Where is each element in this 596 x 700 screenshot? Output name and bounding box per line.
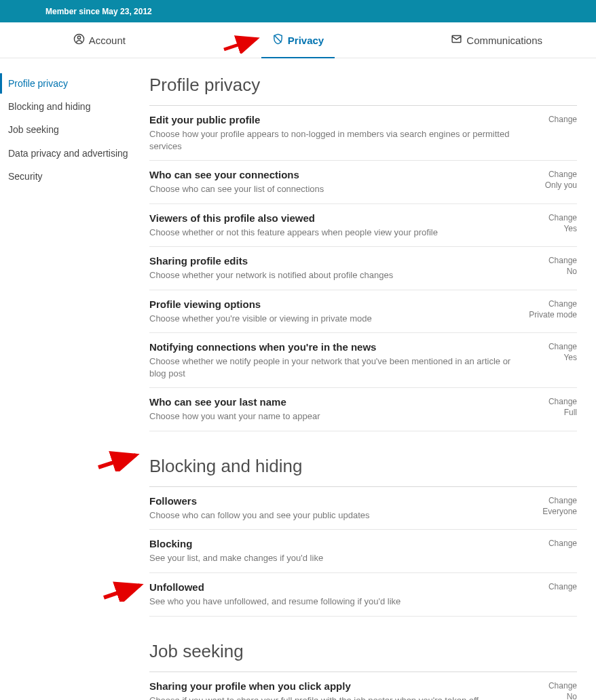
sidebar-item-label: Security xyxy=(8,171,43,182)
sidebar-item-blocking-hiding[interactable]: Blocking and hiding xyxy=(0,96,149,117)
setting-value: Yes xyxy=(523,224,577,233)
change-link[interactable]: Change xyxy=(523,539,577,548)
setting-title: Who can see your last name xyxy=(149,396,512,408)
setting-title: Who can see your connections xyxy=(149,169,512,180)
setting-title: Sharing profile edits xyxy=(149,255,512,267)
sidebar-item-label: Data privacy and advertising xyxy=(8,148,128,159)
envelope-icon xyxy=(451,33,462,47)
setting-title: Profile viewing options xyxy=(149,298,512,310)
change-link[interactable]: Change xyxy=(523,397,577,406)
sidebar-item-label: Profile privacy xyxy=(8,78,68,89)
section-title-profile-privacy: Profile privacy xyxy=(149,75,577,96)
setting-row[interactable]: Followers Choose who can follow you and … xyxy=(149,487,577,530)
setting-row[interactable]: Who can see your last name Choose how yo… xyxy=(149,388,577,431)
setting-desc: Choose how your profile appears to non-l… xyxy=(149,128,512,152)
setting-row[interactable]: Sharing your profile when you click appl… xyxy=(149,672,577,700)
setting-desc: Choose who can follow you and see your p… xyxy=(149,509,512,522)
change-link[interactable]: Change xyxy=(523,342,577,351)
header-bar: Member since May 23, 2012 xyxy=(0,0,596,22)
setting-value: No xyxy=(523,267,577,276)
setting-row[interactable]: Who can see your connections Choose who … xyxy=(149,161,577,204)
setting-desc: Choose whether your network is notified … xyxy=(149,269,512,281)
user-icon xyxy=(73,33,85,47)
tab-privacy[interactable]: Privacy xyxy=(199,22,398,58)
change-link[interactable]: Change xyxy=(523,496,577,505)
shield-icon xyxy=(272,33,284,47)
settings-sidebar: Profile privacy Blocking and hiding Job … xyxy=(0,72,149,700)
change-link[interactable]: Change xyxy=(523,213,577,222)
setting-desc: Choose whether we notify people in your … xyxy=(149,355,512,379)
setting-value: Private mode xyxy=(523,310,577,319)
setting-desc: Choose whether you're visible or viewing… xyxy=(149,313,512,325)
tab-label: Account xyxy=(89,35,126,46)
setting-title: Edit your public profile xyxy=(149,114,512,125)
section-title-job-seeking: Job seeking xyxy=(149,641,577,662)
svg-line-2 xyxy=(274,36,281,43)
sidebar-item-profile-privacy[interactable]: Profile privacy xyxy=(0,73,149,94)
change-link[interactable]: Change xyxy=(523,299,577,309)
setting-row[interactable]: Notifying connections when you're in the… xyxy=(149,333,577,388)
setting-desc: Choose who can see your list of connecti… xyxy=(149,183,512,195)
member-since-label: Member since May 23, 2012 xyxy=(45,7,152,16)
setting-title: Unfollowed xyxy=(149,581,512,593)
setting-desc: See your list, and make changes if you'd… xyxy=(149,552,512,564)
setting-value: Yes xyxy=(523,353,577,362)
setting-title: Blocking xyxy=(149,538,512,549)
tab-account[interactable]: Account xyxy=(0,22,199,58)
change-link[interactable]: Change xyxy=(523,582,577,591)
tab-label: Privacy xyxy=(288,35,324,46)
setting-value: Full xyxy=(523,408,577,417)
setting-title: Notifying connections when you're in the… xyxy=(149,341,512,353)
sidebar-item-job-seeking[interactable]: Job seeking xyxy=(0,119,149,140)
tabs-nav: Account Privacy Communications xyxy=(0,22,596,58)
sidebar-item-data-privacy[interactable]: Data privacy and advertising xyxy=(0,143,149,163)
setting-value: Everyone xyxy=(523,507,577,516)
sidebar-item-label: Job seeking xyxy=(8,124,59,135)
setting-row[interactable]: Edit your public profile Choose how your… xyxy=(149,106,577,161)
setting-row[interactable]: Sharing profile edits Choose whether you… xyxy=(149,247,577,290)
change-link[interactable]: Change xyxy=(523,256,577,265)
change-link[interactable]: Change xyxy=(523,115,577,124)
setting-title: Sharing your profile when you click appl… xyxy=(149,680,512,692)
setting-desc: See who you have unfollowed, and resume … xyxy=(149,596,512,608)
sidebar-item-security[interactable]: Security xyxy=(0,166,149,187)
tab-communications[interactable]: Communications xyxy=(397,22,596,58)
setting-row[interactable]: Blocking See your list, and make changes… xyxy=(149,530,577,573)
setting-title: Followers xyxy=(149,495,512,507)
setting-desc: Choose how you want your name to appear xyxy=(149,410,512,423)
setting-row[interactable]: Viewers of this profile also viewed Choo… xyxy=(149,204,577,248)
setting-value: Only you xyxy=(523,180,577,190)
setting-row[interactable]: Unfollowed See who you have unfollowed, … xyxy=(149,573,577,617)
change-link[interactable]: Change xyxy=(523,681,577,691)
setting-desc: Choose if you want to share your full pr… xyxy=(149,695,512,700)
change-link[interactable]: Change xyxy=(523,170,577,179)
setting-row[interactable]: Profile viewing options Choose whether y… xyxy=(149,290,577,334)
setting-title: Viewers of this profile also viewed xyxy=(149,212,512,224)
setting-value: No xyxy=(523,692,577,700)
section-title-blocking-hiding: Blocking and hiding xyxy=(149,456,577,477)
sidebar-item-label: Blocking and hiding xyxy=(8,101,90,112)
tab-label: Communications xyxy=(466,35,542,46)
svg-point-1 xyxy=(77,36,80,39)
setting-desc: Choose whether or not this feature appea… xyxy=(149,227,512,239)
